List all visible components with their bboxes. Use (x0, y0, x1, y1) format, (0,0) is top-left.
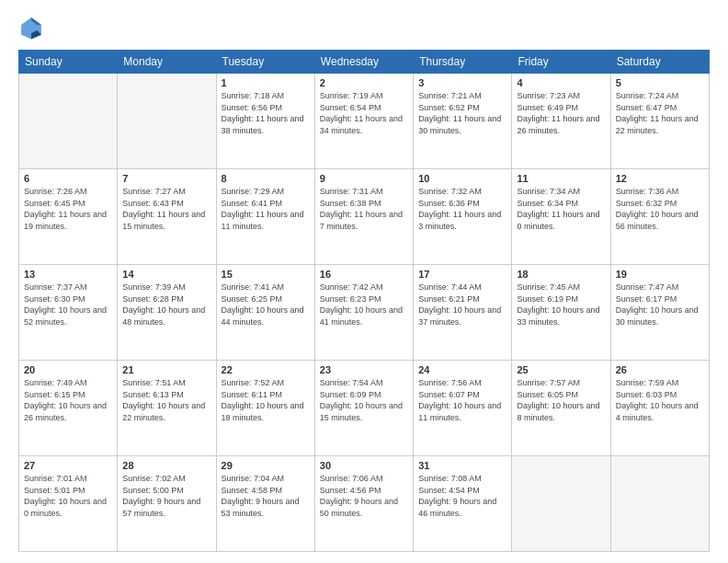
calendar-cell: 7Sunrise: 7:27 AMSunset: 6:43 PMDaylight… (118, 169, 216, 265)
day-number: 16 (320, 269, 408, 280)
day-info: Sunrise: 7:27 AMSunset: 6:43 PMDaylight:… (122, 186, 210, 232)
day-info: Sunrise: 7:02 AMSunset: 5:00 PMDaylight:… (122, 473, 210, 519)
day-number: 31 (418, 460, 506, 471)
day-number: 24 (418, 364, 506, 375)
weekday-header-saturday: Saturday (610, 51, 709, 74)
calendar-cell: 30Sunrise: 7:06 AMSunset: 4:56 PMDayligh… (314, 456, 413, 552)
day-info: Sunrise: 7:23 AMSunset: 6:49 PMDaylight:… (517, 90, 605, 136)
day-number: 22 (222, 364, 310, 375)
calendar-cell: 23Sunrise: 7:54 AMSunset: 6:09 PMDayligh… (314, 361, 413, 456)
day-info: Sunrise: 7:18 AMSunset: 6:56 PMDaylight:… (222, 90, 310, 136)
day-number: 28 (122, 460, 210, 471)
calendar-cell: 12Sunrise: 7:36 AMSunset: 6:32 PMDayligh… (610, 169, 709, 265)
calendar-cell (610, 456, 709, 552)
day-info: Sunrise: 7:31 AMSunset: 6:38 PMDaylight:… (320, 186, 408, 232)
day-info: Sunrise: 7:59 AMSunset: 6:03 PMDaylight:… (616, 377, 704, 423)
calendar-cell: 18Sunrise: 7:45 AMSunset: 6:19 PMDayligh… (512, 265, 610, 361)
calendar-cell: 22Sunrise: 7:52 AMSunset: 6:11 PMDayligh… (216, 361, 314, 456)
day-number: 23 (320, 364, 408, 375)
calendar-cell: 3Sunrise: 7:21 AMSunset: 6:52 PMDaylight… (414, 74, 512, 169)
day-number: 14 (122, 269, 210, 280)
day-info: Sunrise: 7:08 AMSunset: 4:54 PMDaylight:… (418, 473, 506, 519)
calendar-cell: 15Sunrise: 7:41 AMSunset: 6:25 PMDayligh… (216, 265, 314, 361)
day-info: Sunrise: 7:26 AMSunset: 6:45 PMDaylight:… (24, 186, 112, 232)
calendar-cell: 31Sunrise: 7:08 AMSunset: 4:54 PMDayligh… (414, 456, 512, 552)
calendar-week-4: 20Sunrise: 7:49 AMSunset: 6:15 PMDayligh… (19, 361, 710, 456)
day-number: 6 (24, 173, 112, 184)
weekday-header-friday: Friday (512, 51, 610, 74)
weekday-header-monday: Monday (118, 51, 216, 74)
calendar-week-2: 6Sunrise: 7:26 AMSunset: 6:45 PMDaylight… (19, 169, 710, 265)
day-number: 9 (320, 173, 408, 184)
day-number: 20 (24, 364, 112, 375)
page: SundayMondayTuesdayWednesdayThursdayFrid… (0, 0, 728, 563)
day-info: Sunrise: 7:32 AMSunset: 6:36 PMDaylight:… (418, 186, 506, 232)
calendar-cell: 17Sunrise: 7:44 AMSunset: 6:21 PMDayligh… (414, 265, 512, 361)
header (18, 15, 710, 40)
calendar-week-1: 1Sunrise: 7:18 AMSunset: 6:56 PMDaylight… (19, 74, 710, 169)
day-number: 25 (517, 364, 605, 375)
weekday-header-wednesday: Wednesday (314, 51, 413, 74)
calendar-week-3: 13Sunrise: 7:37 AMSunset: 6:30 PMDayligh… (19, 265, 710, 361)
calendar-week-5: 27Sunrise: 7:01 AMSunset: 5:01 PMDayligh… (19, 456, 710, 552)
calendar-cell: 1Sunrise: 7:18 AMSunset: 6:56 PMDaylight… (216, 74, 314, 169)
day-number: 7 (122, 173, 210, 184)
calendar-cell: 13Sunrise: 7:37 AMSunset: 6:30 PMDayligh… (19, 265, 118, 361)
day-info: Sunrise: 7:37 AMSunset: 6:30 PMDaylight:… (24, 282, 112, 327)
day-info: Sunrise: 7:06 AMSunset: 4:56 PMDaylight:… (320, 473, 408, 519)
day-info: Sunrise: 7:21 AMSunset: 6:52 PMDaylight:… (418, 90, 506, 136)
calendar-cell: 29Sunrise: 7:04 AMSunset: 4:58 PMDayligh… (216, 456, 314, 552)
day-info: Sunrise: 7:45 AMSunset: 6:19 PMDaylight:… (517, 282, 605, 327)
day-info: Sunrise: 7:04 AMSunset: 4:58 PMDaylight:… (222, 473, 310, 519)
calendar-cell: 16Sunrise: 7:42 AMSunset: 6:23 PMDayligh… (314, 265, 413, 361)
calendar-cell: 19Sunrise: 7:47 AMSunset: 6:17 PMDayligh… (610, 265, 709, 361)
day-number: 3 (418, 77, 506, 88)
calendar-cell (512, 456, 610, 552)
day-number: 5 (616, 77, 704, 88)
calendar-cell: 21Sunrise: 7:51 AMSunset: 6:13 PMDayligh… (118, 361, 216, 456)
day-info: Sunrise: 7:51 AMSunset: 6:13 PMDaylight:… (122, 377, 210, 423)
logo-icon (18, 15, 44, 40)
calendar-cell: 25Sunrise: 7:57 AMSunset: 6:05 PMDayligh… (512, 361, 610, 456)
day-info: Sunrise: 7:01 AMSunset: 5:01 PMDaylight:… (24, 473, 112, 519)
day-info: Sunrise: 7:19 AMSunset: 6:54 PMDaylight:… (320, 90, 408, 136)
day-info: Sunrise: 7:39 AMSunset: 6:28 PMDaylight:… (122, 282, 210, 327)
calendar-cell: 20Sunrise: 7:49 AMSunset: 6:15 PMDayligh… (19, 361, 118, 456)
day-number: 17 (418, 269, 506, 280)
day-info: Sunrise: 7:34 AMSunset: 6:34 PMDaylight:… (517, 186, 605, 232)
calendar-cell: 10Sunrise: 7:32 AMSunset: 6:36 PMDayligh… (414, 169, 512, 265)
day-number: 18 (517, 269, 605, 280)
calendar-cell: 9Sunrise: 7:31 AMSunset: 6:38 PMDaylight… (314, 169, 413, 265)
day-number: 15 (222, 269, 310, 280)
calendar-cell: 27Sunrise: 7:01 AMSunset: 5:01 PMDayligh… (19, 456, 118, 552)
calendar-cell: 14Sunrise: 7:39 AMSunset: 6:28 PMDayligh… (118, 265, 216, 361)
day-info: Sunrise: 7:47 AMSunset: 6:17 PMDaylight:… (616, 282, 704, 327)
day-number: 10 (418, 173, 506, 184)
day-info: Sunrise: 7:49 AMSunset: 6:15 PMDaylight:… (24, 377, 112, 423)
day-number: 19 (616, 269, 704, 280)
day-number: 11 (517, 173, 605, 184)
day-number: 30 (320, 460, 408, 471)
day-info: Sunrise: 7:41 AMSunset: 6:25 PMDaylight:… (222, 282, 310, 327)
day-number: 27 (24, 460, 112, 471)
day-info: Sunrise: 7:54 AMSunset: 6:09 PMDaylight:… (320, 377, 408, 423)
day-info: Sunrise: 7:36 AMSunset: 6:32 PMDaylight:… (616, 186, 704, 232)
day-info: Sunrise: 7:52 AMSunset: 6:11 PMDaylight:… (222, 377, 310, 423)
day-info: Sunrise: 7:42 AMSunset: 6:23 PMDaylight:… (320, 282, 408, 327)
day-info: Sunrise: 7:24 AMSunset: 6:47 PMDaylight:… (616, 90, 704, 136)
logo (18, 15, 48, 40)
weekday-header-tuesday: Tuesday (216, 51, 314, 74)
calendar-cell: 5Sunrise: 7:24 AMSunset: 6:47 PMDaylight… (610, 74, 709, 169)
day-number: 1 (222, 77, 310, 88)
day-info: Sunrise: 7:29 AMSunset: 6:41 PMDaylight:… (222, 186, 310, 232)
day-number: 8 (222, 173, 310, 184)
calendar-cell: 28Sunrise: 7:02 AMSunset: 5:00 PMDayligh… (118, 456, 216, 552)
calendar-cell: 4Sunrise: 7:23 AMSunset: 6:49 PMDaylight… (512, 74, 610, 169)
day-number: 12 (616, 173, 704, 184)
day-number: 4 (517, 77, 605, 88)
day-info: Sunrise: 7:56 AMSunset: 6:07 PMDaylight:… (418, 377, 506, 423)
calendar-cell: 11Sunrise: 7:34 AMSunset: 6:34 PMDayligh… (512, 169, 610, 265)
calendar-cell: 26Sunrise: 7:59 AMSunset: 6:03 PMDayligh… (610, 361, 709, 456)
calendar-cell: 8Sunrise: 7:29 AMSunset: 6:41 PMDaylight… (216, 169, 314, 265)
calendar-cell: 6Sunrise: 7:26 AMSunset: 6:45 PMDaylight… (19, 169, 118, 265)
